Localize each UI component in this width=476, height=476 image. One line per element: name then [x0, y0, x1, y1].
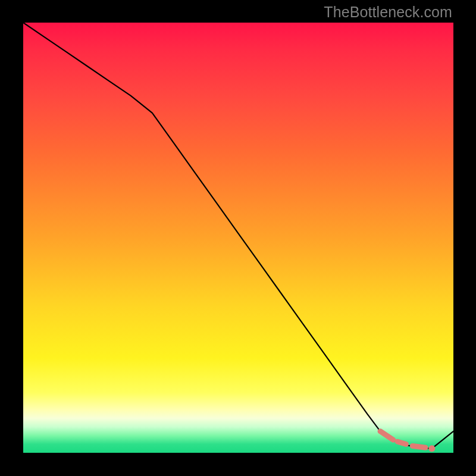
- marker-dash: [397, 441, 406, 444]
- marker-dash: [380, 431, 393, 439]
- bottleneck-curve: [23, 23, 453, 449]
- marker-dot: [428, 445, 435, 452]
- chart-frame: TheBottleneck.com: [0, 0, 476, 476]
- attribution-label: TheBottleneck.com: [324, 4, 452, 21]
- chart-svg: [23, 23, 453, 453]
- marker-dash: [412, 446, 425, 447]
- marker-layer: [380, 431, 435, 451]
